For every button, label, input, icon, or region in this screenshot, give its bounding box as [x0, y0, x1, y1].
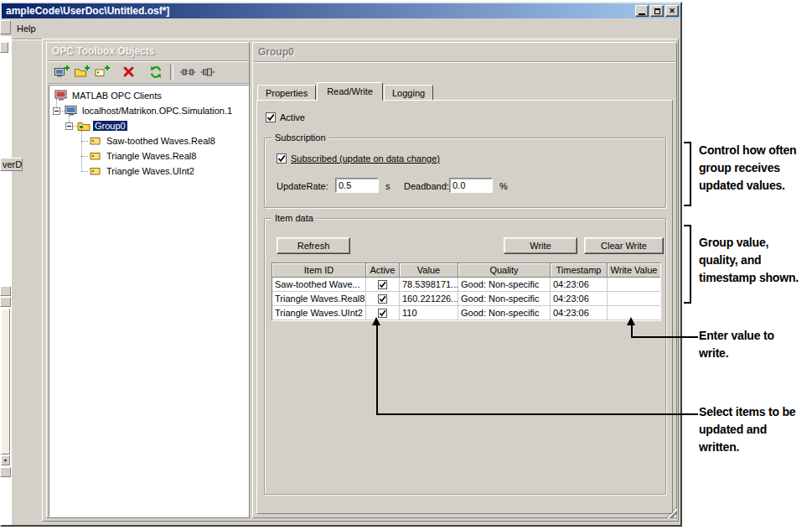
- deadband-input[interactable]: [449, 178, 493, 193]
- window-controls: ✕: [634, 5, 679, 17]
- callout-bracket: [684, 225, 691, 304]
- row-active-checkbox[interactable]: [378, 309, 387, 318]
- tree-node-triangle-waves-uint2[interactable]: Triangle Waves.UInt2: [89, 164, 196, 178]
- minimize-button[interactable]: [635, 5, 649, 17]
- cell-timestamp: 04:23:06: [551, 278, 608, 292]
- add-group-button[interactable]: [72, 63, 92, 81]
- column-header-active[interactable]: Active: [366, 263, 400, 278]
- add-item-icon: [94, 65, 111, 80]
- callout-table: Group value, quality, and timestamp show…: [699, 234, 799, 287]
- row-active-checkbox[interactable]: [378, 294, 387, 304]
- cell-quality: Good: Non-specific: [458, 292, 551, 306]
- close-icon: ✕: [669, 7, 675, 15]
- item-icon: [89, 165, 102, 177]
- screen: ampleCode\UserDoc\Untitled.osf*] ✕ Help …: [0, 0, 812, 530]
- window-title: ampleCode\UserDoc\Untitled.osf*]: [6, 5, 169, 17]
- tab-read-write[interactable]: Read/Write: [317, 82, 383, 101]
- disconnect-icon: [179, 65, 196, 80]
- tree-connector: [81, 156, 88, 157]
- server-icon: [65, 105, 78, 117]
- desktop-fragment-box: [0, 286, 11, 296]
- detail-header: [254, 44, 675, 62]
- item-icon: [89, 150, 102, 162]
- row-active-checkbox[interactable]: [378, 280, 387, 289]
- collapse-toggle[interactable]: [53, 107, 60, 115]
- item-table: Item ID Active Value Quality Timestamp W…: [272, 262, 661, 321]
- tab-properties[interactable]: Properties: [257, 85, 316, 100]
- desktop-fragment-tab: [0, 42, 8, 53]
- disconnect-button[interactable]: [178, 63, 198, 81]
- refresh-button[interactable]: Refresh: [277, 237, 350, 254]
- table-row: Triangle Waves.UInt2 110 Good: Non-speci…: [272, 306, 660, 320]
- active-checkbox[interactable]: Active: [266, 112, 305, 122]
- tab-strip: Properties Read/Write Logging: [257, 81, 434, 100]
- column-header-write-value[interactable]: Write Value: [608, 263, 660, 278]
- item-icon: [89, 135, 102, 147]
- detail-panel-title: Group0: [258, 46, 294, 58]
- tree-node-localhost-server[interactable]: localhost/Matrikon.OPC.Simulation.1: [65, 104, 234, 117]
- cell-quality: Good: Non-specific: [458, 306, 551, 320]
- menubar: Help: [2, 18, 680, 39]
- cell-value: 160.221226...: [400, 292, 458, 306]
- scrollbar-arrow-fragment[interactable]: ▾: [1, 455, 10, 465]
- cell-value: 78.5398171...: [400, 278, 458, 292]
- column-header-value[interactable]: Value: [400, 263, 458, 278]
- close-button[interactable]: ✕: [665, 5, 679, 17]
- subscribed-checkbox[interactable]: Subscribed (update on data change): [277, 153, 440, 164]
- connect-button[interactable]: [198, 63, 218, 81]
- subscription-legend: Subscription: [272, 132, 329, 143]
- table-row: Triangle Waves.Real8 160.221226... Good:…: [272, 292, 660, 306]
- collapse-toggle[interactable]: [65, 122, 73, 130]
- tab-logging[interactable]: Logging: [384, 85, 433, 100]
- tree-connector: [81, 171, 88, 172]
- refresh-icon: [148, 65, 163, 80]
- tree-panel-title: OPC Toolbox Objects: [52, 45, 154, 57]
- tree-node-group0[interactable]: Group0: [77, 119, 127, 132]
- add-client-button[interactable]: [52, 63, 72, 81]
- read-write-pane: Active Subscription Subscribed (update o…: [256, 100, 673, 514]
- subscribed-checkbox-box[interactable]: [277, 153, 287, 164]
- item-table-header: Item ID Active Value Quality Timestamp W…: [272, 263, 660, 278]
- column-header-quality[interactable]: Quality: [458, 263, 551, 278]
- update-rate-unit: s: [385, 181, 390, 191]
- tree-node-triangle-waves-real8[interactable]: Triangle Waves.Real8: [89, 149, 198, 163]
- cell-active: [366, 278, 400, 292]
- cell-write-value[interactable]: [608, 278, 660, 292]
- connect-icon: [199, 65, 216, 80]
- cell-write-value[interactable]: [608, 306, 660, 320]
- cell-item-id: Triangle Waves.UInt2: [272, 306, 366, 320]
- add-item-button[interactable]: [92, 63, 112, 81]
- cell-timestamp: 04:23:06: [551, 292, 608, 306]
- refresh-tree-button[interactable]: [146, 63, 166, 81]
- column-header-item-id[interactable]: Item ID: [272, 263, 366, 278]
- table-row: Saw-toothed Wave... 78.5398171... Good: …: [272, 278, 660, 292]
- desktop-fragment-label: verDA: [0, 158, 23, 171]
- cell-active: [366, 292, 400, 306]
- active-checkbox-box[interactable]: [266, 112, 276, 122]
- clients-root-icon: [54, 90, 68, 101]
- write-button[interactable]: Write: [504, 237, 577, 254]
- restore-button[interactable]: [650, 5, 664, 17]
- delete-button[interactable]: [119, 63, 139, 81]
- update-rate-input[interactable]: [335, 178, 379, 193]
- tree-node-sawtoothed-waves[interactable]: Saw-toothed Waves.Real8: [89, 134, 217, 148]
- column-header-timestamp[interactable]: Timestamp: [551, 263, 608, 278]
- cell-write-value[interactable]: [608, 292, 660, 306]
- check-icon: [379, 281, 386, 288]
- menu-help[interactable]: Help: [12, 22, 41, 35]
- add-group-icon: [74, 65, 91, 80]
- desktop-fragment-icon: [0, 20, 11, 34]
- group-folder-icon: [77, 120, 91, 132]
- titlebar[interactable]: ampleCode\UserDoc\Untitled.osf*] ✕: [2, 3, 680, 18]
- clear-write-button[interactable]: Clear Write: [584, 237, 664, 254]
- tree-node-matlab-opc-clients[interactable]: MATLAB OPC Clients: [54, 89, 163, 102]
- delete-icon: [122, 65, 137, 80]
- cell-item-id: Saw-toothed Wave...: [272, 278, 366, 292]
- callout-select: Select items to be updated and written.: [699, 403, 795, 456]
- desktop-fragment-box: [0, 297, 11, 307]
- scrollbar-track-fragment[interactable]: [1, 309, 10, 455]
- tree-connector: [81, 141, 88, 142]
- opc-toolbox-objects-panel: OPC Toolbox Objects: [46, 42, 250, 518]
- desktop-fragment-box: [0, 467, 11, 477]
- minimize-icon: [639, 13, 645, 15]
